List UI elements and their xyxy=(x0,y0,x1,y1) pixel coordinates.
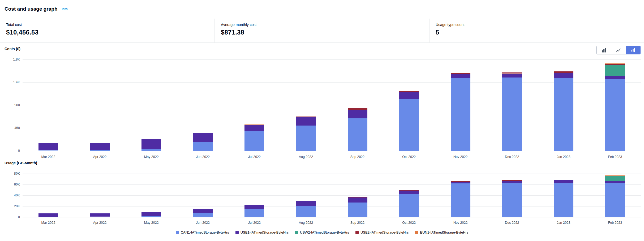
x-axis-label: Mar 2022 xyxy=(32,221,64,225)
y-axis-tick-label: 20K xyxy=(2,204,20,208)
bar-segment-can1[interactable] xyxy=(502,183,522,217)
bar-segment-can1[interactable] xyxy=(296,126,316,151)
legend-item[interactable]: USE1-IATimedStorage-ByteHrs xyxy=(235,230,289,234)
bar-segment-use2[interactable] xyxy=(296,117,316,117)
bar-segment-can1[interactable] xyxy=(502,78,522,151)
bar-segment-can1[interactable] xyxy=(554,78,573,151)
y-axis-tick-label: 1.8K xyxy=(2,57,20,62)
bar-segment-can1[interactable] xyxy=(348,203,367,217)
x-axis-label: Jul 2022 xyxy=(238,221,270,225)
stacked-bar-chart-toggle-button[interactable] xyxy=(626,46,641,54)
bar-segment-use1[interactable] xyxy=(605,76,625,79)
bar-segment-use2[interactable] xyxy=(502,72,522,74)
y-gridline xyxy=(23,195,641,196)
legend-item[interactable]: EUN1-IATimedStorage-ByteHrs xyxy=(415,230,468,234)
bar-segment-use2[interactable] xyxy=(399,91,419,92)
bar-chart-toggle-button[interactable] xyxy=(596,46,611,54)
y-axis-tick-label: 40K xyxy=(2,193,20,197)
bar-segment-can1[interactable] xyxy=(141,149,161,151)
bar-segment-use2[interactable] xyxy=(554,180,573,180)
y-axis-tick-label: 0 xyxy=(2,215,20,219)
bar-segment-can1[interactable] xyxy=(90,217,110,217)
bar-segment-use1[interactable] xyxy=(451,74,470,78)
bar-segment-can1[interactable] xyxy=(399,194,419,217)
bar-segment-eun1[interactable] xyxy=(193,133,213,133)
bar-segment-use1[interactable] xyxy=(38,213,58,217)
bar-segment-use2[interactable] xyxy=(502,180,522,181)
bar-segment-can1[interactable] xyxy=(451,183,470,217)
x-axis-label: Jun 2022 xyxy=(187,221,219,225)
legend-swatch-icon xyxy=(355,231,359,234)
bar-segment-use1[interactable] xyxy=(90,213,110,217)
x-axis-label: Dec 2022 xyxy=(496,155,528,159)
legend-item-label: EUN1-IATimedStorage-ByteHrs xyxy=(420,230,468,234)
bar-segment-can1[interactable] xyxy=(244,131,264,151)
bar-segment-use1[interactable] xyxy=(348,110,367,118)
bar-segment-use1[interactable] xyxy=(193,133,213,142)
bar-segment-can1[interactable] xyxy=(605,183,625,217)
bar-chart-icon xyxy=(602,48,606,53)
x-axis-label: Sep 2022 xyxy=(342,221,373,225)
bar-segment-use1[interactable] xyxy=(296,117,316,126)
bar-segment-can1[interactable] xyxy=(193,142,213,151)
bar-segment-use2[interactable] xyxy=(348,197,367,197)
x-axis-label: Dec 2022 xyxy=(496,221,528,225)
bar-segment-can1[interactable] xyxy=(451,78,470,151)
bar-segment-use1[interactable] xyxy=(244,125,264,131)
x-axis-label: Apr 2022 xyxy=(84,155,116,159)
usage-chart: 020K40K60K80KMar 2022Apr 2022May 2022Jun… xyxy=(0,0,644,241)
legend-swatch-icon xyxy=(415,231,418,234)
bar-segment-can1[interactable] xyxy=(141,216,161,217)
bar-segment-use1[interactable] xyxy=(502,181,522,183)
bar-segment-use1[interactable] xyxy=(451,182,470,183)
bar-segment-use1[interactable] xyxy=(399,191,419,194)
legend-item[interactable]: USE2-IATimedStorage-ByteHrs xyxy=(355,230,409,234)
bar-segment-eun1[interactable] xyxy=(605,63,625,64)
bar-segment-use2[interactable] xyxy=(554,71,573,73)
bar-segment-use1[interactable] xyxy=(244,205,264,209)
legend-item-label: USE1-IATimedStorage-ByteHrs xyxy=(241,230,289,234)
line-chart-toggle-button[interactable] xyxy=(611,46,626,54)
bar-segment-can1[interactable] xyxy=(193,213,213,217)
bar-segment-use1[interactable] xyxy=(554,73,573,78)
bar-segment-use2[interactable] xyxy=(451,73,470,74)
bar-segment-can1[interactable] xyxy=(348,118,367,151)
bar-segment-can1[interactable] xyxy=(90,150,110,151)
bar-segment-can1[interactable] xyxy=(554,183,573,217)
y-gridline xyxy=(23,174,641,174)
bar-segment-use1[interactable] xyxy=(399,92,419,99)
bar-segment-use1[interactable] xyxy=(296,201,316,206)
legend-item[interactable]: CAN1-IATimedStorage-ByteHrs xyxy=(176,230,229,234)
bar-segment-eun1[interactable] xyxy=(244,124,264,125)
bar-segment-usw2[interactable] xyxy=(605,176,625,181)
bar-segment-can1[interactable] xyxy=(399,99,419,151)
x-axis-label: Oct 2022 xyxy=(393,221,425,225)
legend-item[interactable]: USW2-IATimedStorage-ByteHrs xyxy=(295,230,349,234)
bar-segment-can1[interactable] xyxy=(244,209,264,217)
bar-segment-use2[interactable] xyxy=(399,190,419,191)
y-gridline xyxy=(23,151,641,151)
x-axis-label: Nov 2022 xyxy=(445,221,476,225)
bar-segment-use2[interactable] xyxy=(348,108,367,110)
bar-segment-use1[interactable] xyxy=(141,139,161,149)
bar-segment-use1[interactable] xyxy=(193,209,213,213)
bar-segment-can1[interactable] xyxy=(38,217,58,217)
bar-segment-usw2[interactable] xyxy=(605,65,625,76)
bar-segment-use1[interactable] xyxy=(605,181,625,183)
bar-segment-use1[interactable] xyxy=(38,143,58,150)
bar-segment-use1[interactable] xyxy=(348,197,367,202)
bar-segment-use2[interactable] xyxy=(605,64,625,65)
bar-segment-eun1[interactable] xyxy=(605,175,625,176)
bar-segment-use1[interactable] xyxy=(141,212,161,216)
bar-segment-can1[interactable] xyxy=(296,206,316,217)
bar-segment-can1[interactable] xyxy=(605,79,625,151)
chart-legend: CAN1-IATimedStorage-ByteHrsUSE1-IATimedS… xyxy=(0,230,644,234)
bar-segment-can1[interactable] xyxy=(38,150,58,151)
y-axis-tick-label: 80K xyxy=(2,171,20,176)
bar-segment-use1[interactable] xyxy=(90,143,110,150)
y-axis-tick-label: 0 xyxy=(2,149,20,153)
bar-segment-use1[interactable] xyxy=(502,74,522,78)
costs-chart: 04509001.4K1.8KMar 2022Apr 2022May 2022J… xyxy=(0,0,644,241)
bar-segment-use2[interactable] xyxy=(451,181,470,182)
bar-segment-use1[interactable] xyxy=(554,180,573,183)
